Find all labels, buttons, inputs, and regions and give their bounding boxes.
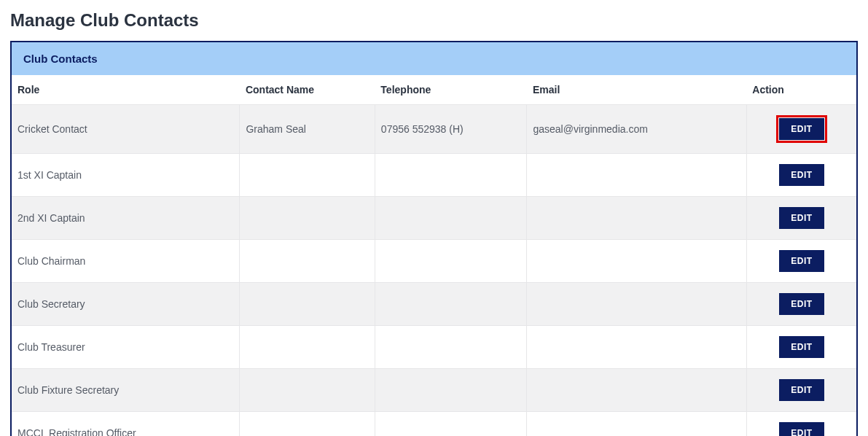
edit-button[interactable]: EDIT xyxy=(779,422,824,436)
cell-action: EDIT xyxy=(746,412,856,437)
cell-role: Club Secretary xyxy=(12,283,240,326)
cell-email xyxy=(527,369,746,412)
cell-name xyxy=(240,283,375,326)
cell-tel: 07956 552938 (H) xyxy=(375,105,527,154)
cell-tel xyxy=(375,369,527,412)
th-email: Email xyxy=(527,75,746,105)
cell-action: EDIT xyxy=(746,240,856,283)
table-row: Club Fixture SecretaryEDIT xyxy=(12,369,856,412)
cell-action: EDIT xyxy=(746,154,856,197)
cell-name xyxy=(240,369,375,412)
cell-name xyxy=(240,197,375,240)
edit-button[interactable]: EDIT xyxy=(779,164,824,186)
cell-action: EDIT xyxy=(746,283,856,326)
cell-role: MCCL Registration Officer xyxy=(12,412,240,437)
cell-tel xyxy=(375,197,527,240)
th-tel: Telephone xyxy=(375,75,527,105)
edit-button[interactable]: EDIT xyxy=(779,250,824,272)
cell-tel xyxy=(375,154,527,197)
cell-action: EDIT xyxy=(746,326,856,369)
cell-email xyxy=(527,197,746,240)
table-row: Club ChairmanEDIT xyxy=(12,240,856,283)
cell-tel xyxy=(375,412,527,437)
cell-role: 1st XI Captain xyxy=(12,154,240,197)
cell-role: Cricket Contact xyxy=(12,105,240,154)
cell-name: Graham Seal xyxy=(240,105,375,154)
cell-role: 2nd XI Captain xyxy=(12,197,240,240)
table-row: 1st XI CaptainEDIT xyxy=(12,154,856,197)
cell-tel xyxy=(375,240,527,283)
cell-email xyxy=(527,240,746,283)
cell-action: EDIT xyxy=(746,197,856,240)
edit-button[interactable]: EDIT xyxy=(779,379,824,401)
table-row: 2nd XI CaptainEDIT xyxy=(12,197,856,240)
edit-button[interactable]: EDIT xyxy=(779,336,824,358)
cell-email xyxy=(527,154,746,197)
cell-name xyxy=(240,326,375,369)
contacts-table: Role Contact Name Telephone Email Action… xyxy=(12,75,856,436)
cell-name xyxy=(240,154,375,197)
highlight-box: EDIT xyxy=(776,115,826,143)
edit-button[interactable]: EDIT xyxy=(779,118,824,140)
contacts-panel: Club Contacts Role Contact Name Telephon… xyxy=(10,41,858,436)
cell-email xyxy=(527,283,746,326)
cell-name xyxy=(240,412,375,437)
cell-role: Club Chairman xyxy=(12,240,240,283)
cell-email xyxy=(527,326,746,369)
th-name: Contact Name xyxy=(240,75,375,105)
table-row: Club SecretaryEDIT xyxy=(12,283,856,326)
cell-action: EDIT xyxy=(746,105,856,154)
cell-email: gaseal@virginmedia.com xyxy=(527,105,746,154)
table-row: MCCL Registration OfficerEDIT xyxy=(12,412,856,437)
table-row: Club TreasurerEDIT xyxy=(12,326,856,369)
cell-role: Club Treasurer xyxy=(12,326,240,369)
edit-button[interactable]: EDIT xyxy=(779,207,824,229)
cell-action: EDIT xyxy=(746,369,856,412)
page-title: Manage Club Contacts xyxy=(10,10,858,31)
cell-name xyxy=(240,240,375,283)
panel-title: Club Contacts xyxy=(12,42,856,75)
cell-tel xyxy=(375,283,527,326)
cell-role: Club Fixture Secretary xyxy=(12,369,240,412)
cell-email xyxy=(527,412,746,437)
th-action: Action xyxy=(746,75,856,105)
th-role: Role xyxy=(12,75,240,105)
cell-tel xyxy=(375,326,527,369)
edit-button[interactable]: EDIT xyxy=(779,293,824,315)
table-row: Cricket ContactGraham Seal07956 552938 (… xyxy=(12,105,856,154)
